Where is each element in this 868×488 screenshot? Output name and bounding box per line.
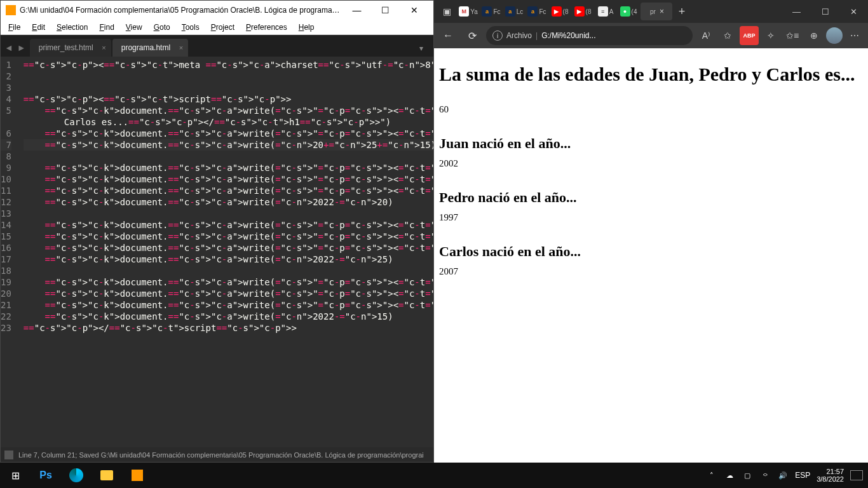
edge-tabstrip: ▣ MYaaFcaLcaFc▶(8▶(8≡A●(4pr×+ [434, 0, 782, 23]
profile-avatar[interactable] [826, 27, 843, 44]
code-area[interactable]: =="c-s">"c-p"><=="c-s">"c-t">meta =="c-s… [18, 57, 433, 447]
tab-prev-icon[interactable]: ◄ [4, 43, 13, 53]
favorite-icon[interactable]: ✩ [718, 26, 737, 45]
refresh-button[interactable]: ⟳ [462, 25, 482, 46]
page-h2-juan: Juan nació en el año... [439, 135, 863, 152]
edge-window: ▣ MYaaFcaLcaFc▶(8▶(8≡A●(4pr×+ — ☐ ✕ ← ⟳ … [434, 0, 868, 463]
menu-project[interactable]: Project [206, 22, 240, 33]
menu-file[interactable]: File [3, 22, 25, 33]
tab-label: (8 [586, 8, 592, 15]
status-panel-icon[interactable] [4, 451, 13, 459]
page-h2-pedro: Pedro nació en el año... [439, 189, 863, 206]
page-content: La suma de las edades de Juan, Pedro y C… [434, 48, 868, 463]
tab-label: Fc [493, 8, 500, 15]
tray-wifi-icon[interactable]: ⌔ [759, 471, 771, 479]
abp-extension-icon[interactable]: ABP [740, 26, 759, 45]
menu-find[interactable]: Find [94, 22, 119, 33]
tab-favicon: ● [620, 6, 630, 17]
browser-tab[interactable]: aFc [480, 3, 502, 20]
minimize-button[interactable]: — [342, 1, 371, 20]
browser-tab[interactable]: ▶(8 [572, 3, 593, 20]
tray-time: 21:57 [817, 468, 844, 475]
tab-favicon: M [459, 6, 469, 17]
taskbar-explorer-icon[interactable] [92, 463, 122, 488]
tab-label: pr [650, 8, 656, 15]
extensions-icon[interactable]: ✧ [761, 26, 780, 45]
windows-taskbar: ⊞ Ps ˄ ☁ ▢ ⌔ 🔊 ESP 21:57 3/8/2022 [0, 463, 868, 488]
tab-close-icon[interactable]: × [179, 44, 183, 51]
tray-language[interactable]: ESP [795, 471, 810, 480]
tab-dropdown-icon[interactable]: ▾ [414, 40, 428, 57]
sum-value: 60 [439, 104, 863, 115]
tab-close-icon[interactable]: × [660, 7, 664, 16]
tray-chevron-icon[interactable]: ˄ [706, 471, 717, 480]
taskbar-photoshop-icon[interactable]: Ps [31, 463, 61, 488]
url-scheme: Archivo [506, 31, 532, 40]
tray-battery-icon[interactable]: ▢ [742, 471, 753, 480]
page-h1: La suma de las edades de Juan, Pedro y C… [439, 62, 863, 86]
browser-tab-active[interactable]: pr× [641, 3, 672, 20]
tab-favicon: ▶ [574, 6, 585, 17]
new-tab-button[interactable]: + [673, 5, 691, 18]
taskbar-sublime-icon[interactable] [122, 463, 153, 488]
carlos-year: 2007 [439, 266, 863, 277]
file-tab[interactable]: primer_test.html× [30, 39, 111, 57]
menu-goto[interactable]: Goto [149, 22, 175, 33]
sublime-title: G:\Mi unidad\04 Formación complementaria… [20, 6, 342, 15]
browser-tab[interactable]: ▶(8 [549, 3, 571, 20]
tab-favicon: ≡ [598, 6, 608, 17]
start-button[interactable]: ⊞ [0, 463, 31, 488]
sublime-window: G:\Mi unidad\04 Formación complementaria… [0, 0, 434, 463]
tab-favicon: a [505, 6, 515, 17]
sublime-titlebar[interactable]: G:\Mi unidad\04 Formación complementaria… [1, 1, 433, 20]
tab-label: A [609, 8, 614, 15]
browser-tab[interactable]: aLc [503, 3, 525, 20]
browser-tab[interactable]: ≡A [595, 3, 616, 20]
juan-year: 2002 [439, 158, 863, 169]
tab-favicon: a [482, 6, 492, 17]
read-aloud-icon[interactable]: A⁾ [696, 26, 715, 45]
tab-label: (4 [632, 8, 637, 15]
page-h2-carlos: Carlos nació en el año... [439, 243, 863, 260]
tab-label: Fc [539, 8, 546, 15]
tab-label: (8 [563, 8, 569, 15]
tab-actions-icon[interactable]: ▣ [437, 3, 457, 20]
maximize-button[interactable]: ☐ [371, 1, 400, 20]
tab-label: Ya [470, 8, 478, 15]
sublime-editor: 1234567891011121314151617181920212223 ==… [1, 57, 433, 447]
sublime-app-icon [6, 5, 16, 15]
back-button[interactable]: ← [438, 25, 458, 46]
menu-view[interactable]: View [121, 22, 147, 33]
edge-titlebar[interactable]: ▣ MYaaFcaLcaFc▶(8▶(8≡A●(4pr×+ — ☐ ✕ [434, 0, 868, 23]
url-path: G:/Mi%20unid... [541, 31, 595, 40]
sublime-statusbar: Line 7, Column 21; Saved G:\Mi unidad\04… [1, 447, 433, 462]
action-center-icon[interactable] [850, 470, 863, 480]
collections-icon[interactable]: ⊕ [804, 26, 824, 45]
sublime-menubar: FileEditSelectionFindViewGotoToolsProjec… [1, 20, 433, 35]
favorites-bar-icon[interactable]: ✩≡ [783, 26, 802, 45]
tray-onedrive-icon[interactable]: ☁ [724, 471, 735, 480]
menu-tools[interactable]: Tools [177, 22, 205, 33]
site-info-icon[interactable]: i [492, 30, 503, 41]
address-bar[interactable]: i Archivo | G:/Mi%20unid... [486, 26, 693, 45]
file-tab[interactable]: programa.html× [112, 39, 188, 57]
menu-preferences[interactable]: Preferences [241, 22, 292, 33]
tray-clock[interactable]: 21:57 3/8/2022 [817, 468, 844, 483]
browser-tab[interactable]: aFc [526, 3, 548, 20]
edge-minimize-button[interactable]: — [782, 0, 811, 23]
tab-close-icon[interactable]: × [102, 44, 105, 51]
browser-tab[interactable]: ●(4 [618, 3, 639, 20]
tab-next-icon[interactable]: ► [17, 43, 26, 53]
edge-close-button[interactable]: ✕ [839, 0, 868, 23]
settings-menu-icon[interactable]: ⋯ [845, 26, 864, 45]
tab-favicon: a [527, 6, 538, 17]
taskbar-edge-icon[interactable] [61, 463, 92, 488]
menu-help[interactable]: Help [294, 22, 320, 33]
browser-tab[interactable]: MYa [458, 3, 479, 20]
edge-maximize-button[interactable]: ☐ [811, 0, 839, 23]
tray-volume-icon[interactable]: 🔊 [777, 471, 789, 480]
menu-selection[interactable]: Selection [51, 22, 93, 33]
close-button[interactable]: ✕ [400, 1, 428, 20]
sublime-tabbar: ◄ ► primer_test.html×programa.html× ▾ [1, 35, 433, 57]
menu-edit[interactable]: Edit [27, 22, 50, 33]
